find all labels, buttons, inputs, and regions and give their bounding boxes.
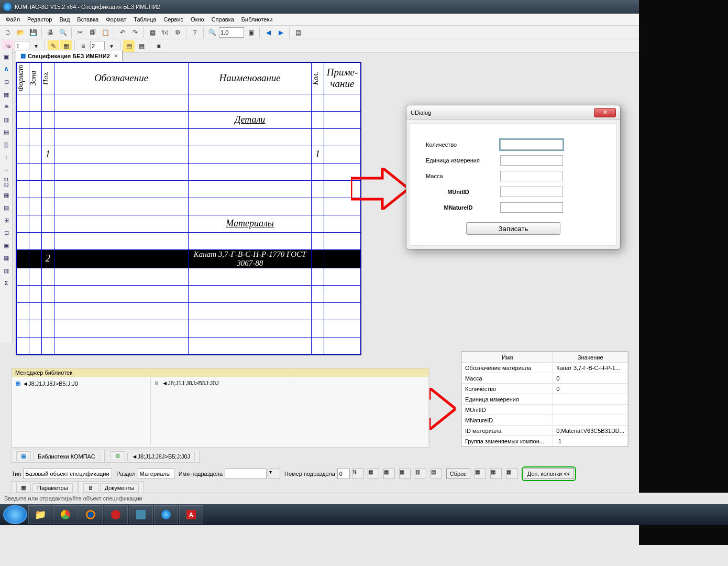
nav-prev-icon[interactable]: ◀ xyxy=(262,27,274,38)
taskbar-kompas-icon[interactable] xyxy=(154,505,178,524)
table-row[interactable] xyxy=(17,285,361,302)
tool-icon-2[interactable]: ⚙ xyxy=(172,27,183,38)
propgrid-row[interactable]: MNatureID xyxy=(462,415,628,426)
zoom-icon[interactable]: 🔍 xyxy=(206,27,218,38)
udialog-mass-input[interactable] xyxy=(500,171,563,181)
tool-j-icon[interactable]: ⊞ xyxy=(1,214,12,226)
library-file-item[interactable]: ▦◄J8;J1J;J8J>B5;J:J0 xyxy=(14,379,148,388)
propgrid-row[interactable]: Масса0 xyxy=(462,373,628,384)
open-icon[interactable]: 📂 xyxy=(15,27,26,38)
udialog-save-button[interactable]: Записать xyxy=(466,222,560,235)
menu-format[interactable]: Формат xyxy=(102,15,130,24)
propgrid-row[interactable]: ID материала0;Material:V63C5B31DD... xyxy=(462,426,628,436)
table-row[interactable] xyxy=(17,320,361,337)
menu-table[interactable]: Таблица xyxy=(130,15,160,24)
align-left-icon[interactable]: ▤ xyxy=(123,40,135,52)
menu-edit[interactable]: Редактор xyxy=(24,15,56,24)
grid-b-icon[interactable]: ▦ xyxy=(383,469,395,479)
library-column-2[interactable]: 🗎◄J8;J1J;J8J>B5J:J0J xyxy=(151,377,290,445)
udialog-titlebar[interactable]: UDialog ✕ xyxy=(406,105,620,120)
tool-f-icon[interactable]: ↔ xyxy=(1,164,12,176)
table-row[interactable] xyxy=(17,232,361,249)
extra-b-icon[interactable]: ▦ xyxy=(490,469,502,479)
taskbar-firefox-icon[interactable] xyxy=(79,505,103,524)
taskbar-app2-icon[interactable] xyxy=(129,505,153,524)
table-row[interactable]: 11 xyxy=(17,146,361,163)
menu-service[interactable]: Сервис xyxy=(160,15,187,24)
print-icon[interactable]: 🖶 xyxy=(45,27,56,38)
tool-g-icon[interactable]: 0102 xyxy=(1,177,12,188)
table-row[interactable] xyxy=(17,94,361,111)
propgrid-row[interactable]: Единица измерения xyxy=(462,394,628,405)
tool-icon[interactable]: ▦ xyxy=(147,27,158,38)
undo-icon[interactable]: ↶ xyxy=(117,27,128,38)
table-row-selected[interactable]: 2Канат 3,7-Г-В-С-Н-Р-1770 ГОСТ 3067-88 xyxy=(17,249,361,268)
window-icon[interactable]: ▤ xyxy=(292,27,304,38)
library-tab-kompas[interactable]: ▦Библиотеки КОМПАС xyxy=(12,450,105,463)
library-tab-other[interactable]: ⚙◄J8;J1J;J8J>B5;J:J0J xyxy=(106,450,200,463)
fx-icon[interactable]: f(x) xyxy=(159,27,171,38)
taskbar-chrome-icon[interactable] xyxy=(53,505,78,524)
zoom-fit-icon[interactable]: ▣ xyxy=(245,27,257,38)
propgrid-row[interactable]: MUnitID xyxy=(462,405,628,415)
library-file-item[interactable]: 🗎◄J8;J1J;J8J>B5J:J0J xyxy=(153,379,287,387)
section-input[interactable] xyxy=(138,469,174,479)
table-row[interactable] xyxy=(17,268,361,285)
type-input[interactable] xyxy=(23,469,112,479)
preview-icon[interactable]: 🔍 xyxy=(57,27,69,38)
tool-e-icon[interactable]: ↕ xyxy=(1,151,12,163)
menu-libraries[interactable]: Библиотеки xyxy=(238,15,277,24)
taskbar-explorer-icon[interactable]: 📁 xyxy=(28,505,52,524)
table-row-section[interactable]: Детали xyxy=(17,111,361,128)
color-icon[interactable]: ■ xyxy=(153,40,164,52)
menu-help[interactable]: Справка xyxy=(208,15,238,24)
taskbar-app1-icon[interactable] xyxy=(104,505,128,524)
tab-close-icon[interactable]: × xyxy=(114,52,118,60)
grid-c-icon[interactable]: ▦ xyxy=(399,469,411,479)
tool-l-icon[interactable]: ▣ xyxy=(1,240,12,251)
menu-insert[interactable]: Вставка xyxy=(73,15,102,24)
table-row[interactable] xyxy=(17,302,361,320)
zoom-input[interactable] xyxy=(219,27,244,38)
property-grid[interactable]: ИмяЗначение Обозначение материалаКанат 3… xyxy=(461,351,628,447)
udialog-unit-input[interactable] xyxy=(500,155,563,166)
propgrid-row[interactable]: Обозначение материалаКанат 3,7-Г-В-С-Н-Р… xyxy=(462,363,628,373)
table-row[interactable] xyxy=(17,128,361,146)
table-row[interactable] xyxy=(17,180,361,198)
tool-pointer-icon[interactable]: ▣ xyxy=(1,51,12,62)
nav-next-icon[interactable]: ▶ xyxy=(275,27,286,38)
spinner-icon[interactable]: ⇅ xyxy=(352,469,363,479)
udialog-mnid-input[interactable] xyxy=(500,202,563,213)
taskbar-acrobat-icon[interactable]: A xyxy=(179,505,203,524)
menu-window[interactable]: Окно xyxy=(187,15,208,24)
tool-a-icon[interactable]: ≞ xyxy=(1,101,12,113)
new-icon[interactable]: 🗋 xyxy=(2,27,14,38)
extra-c-icon[interactable]: ▦ xyxy=(506,469,517,479)
tool-n-icon[interactable]: ▥ xyxy=(1,265,12,276)
extra-a-icon[interactable]: ▦ xyxy=(475,469,486,479)
specification-table[interactable]: Формат Зона Поз. Обозначение Наименовани… xyxy=(16,62,361,355)
grid-d-icon[interactable]: ▥ xyxy=(415,469,426,479)
table-row[interactable] xyxy=(17,198,361,215)
propgrid-row[interactable]: Количество0 xyxy=(462,384,628,394)
dopkolonki-button[interactable]: Доп. колонки << xyxy=(524,469,574,479)
subname-input[interactable] xyxy=(225,469,267,479)
align-center-icon[interactable]: ▦ xyxy=(136,40,147,52)
tool-k-icon[interactable]: ⊡ xyxy=(1,227,12,238)
table-row[interactable] xyxy=(17,163,361,180)
udialog-qty-input[interactable] xyxy=(500,139,563,150)
udialog-muid-input[interactable] xyxy=(500,187,563,197)
tool-text-icon[interactable]: A xyxy=(1,63,12,75)
subnum-input[interactable] xyxy=(337,469,350,479)
tool-dim-icon[interactable]: ⊟ xyxy=(1,76,12,88)
library-column-1[interactable]: ▦◄J8;J1J;J8J>B5;J:J0 xyxy=(12,377,151,445)
udialog-close-button[interactable]: ✕ xyxy=(594,108,616,117)
tool-i-icon[interactable]: ▤ xyxy=(1,202,12,213)
tool-c-icon[interactable]: ▤ xyxy=(1,126,12,138)
library-column-3[interactable] xyxy=(290,377,429,445)
paste-icon[interactable]: 📋 xyxy=(100,27,111,38)
menu-file[interactable]: Файл xyxy=(2,15,24,24)
tool-h-icon[interactable]: ▦ xyxy=(1,189,12,201)
tool-hatch-icon[interactable]: ▦ xyxy=(1,89,12,100)
tool-b-icon[interactable]: ▥ xyxy=(1,114,12,125)
